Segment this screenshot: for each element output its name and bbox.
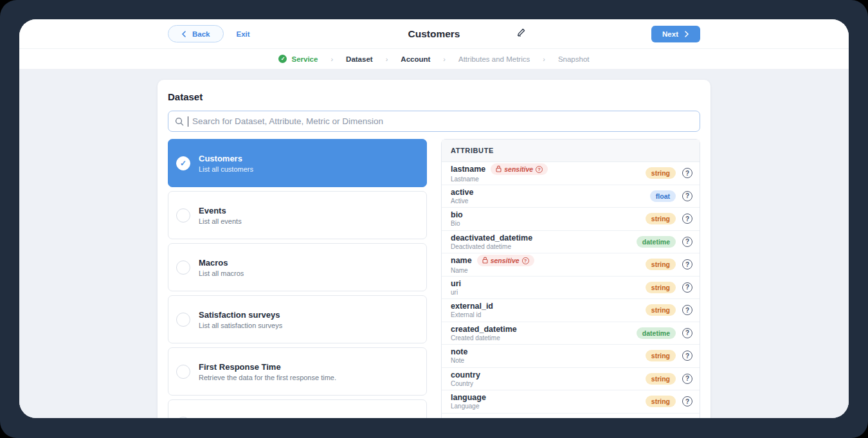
type-badge-string: string <box>646 167 676 179</box>
sensitive-help-icon: ? <box>536 166 543 173</box>
attribute-label: Created datetime <box>451 334 637 342</box>
next-button-label: Next <box>662 30 678 38</box>
help-icon[interactable]: ? <box>682 259 692 269</box>
attribute-label: Name <box>451 267 646 274</box>
search-icon <box>175 117 184 126</box>
attribute-name-line: created_datetime <box>451 325 637 334</box>
radio-circle-icon <box>176 260 190 275</box>
help-icon[interactable]: ? <box>682 328 692 338</box>
breadcrumb-item-service[interactable]: ✓Service <box>278 55 318 63</box>
edit-title-button[interactable] <box>516 28 526 40</box>
attribute-info: noteNote <box>451 347 646 364</box>
page-title: Customers <box>19 19 849 49</box>
breadcrumb-item-snapshot[interactable]: Snapshot <box>558 55 590 63</box>
dataset-card-first-response-time[interactable]: First Response TimeRetrieve the data for… <box>168 347 427 396</box>
dataset-card-title: Customers <box>199 154 253 163</box>
attribute-row-note: noteNotestring? <box>442 345 700 368</box>
chevron-left-icon <box>181 31 186 37</box>
attribute-rows: lastnamesensitive?Lastnamestring?activeA… <box>442 162 700 418</box>
help-icon[interactable]: ? <box>682 237 692 247</box>
breadcrumb-item-dataset[interactable]: Dataset <box>346 55 373 63</box>
type-badge-float: float <box>650 190 676 202</box>
dataset-card-events[interactable]: EventsList all events <box>168 191 427 239</box>
dataset-card-description: Retrieve the data for the first response… <box>199 374 336 381</box>
attribute-name: name <box>451 256 472 265</box>
help-icon[interactable]: ? <box>682 191 692 201</box>
attribute-label: Active <box>451 197 650 205</box>
attribute-label: Note <box>451 357 646 364</box>
attribute-info: uriuri <box>451 279 646 296</box>
dataset-card-description: List all customers <box>199 165 253 173</box>
breadcrumb-separator: › <box>443 55 446 63</box>
exit-link[interactable]: Exit <box>237 30 250 38</box>
attribute-name-line: namesensitive? <box>451 255 646 266</box>
attribute-name: deactivated_datetime <box>451 233 532 242</box>
sensitive-label: sensitive <box>491 257 520 264</box>
lock-icon <box>496 165 502 174</box>
attribute-label: Lastname <box>451 176 646 183</box>
help-icon[interactable]: ? <box>682 351 692 361</box>
help-icon[interactable]: ? <box>682 396 692 406</box>
sensitive-label: sensitive <box>504 165 533 173</box>
attribute-row-uri: uriuristring? <box>442 277 700 300</box>
help-icon[interactable]: ? <box>682 305 692 315</box>
dataset-card-title: First Response Time <box>199 362 336 372</box>
search-box[interactable] <box>168 111 700 132</box>
attribute-row-lastname: lastnamesensitive?Lastnamestring? <box>442 162 700 185</box>
attribute-row-active: activeActivefloat? <box>442 185 700 208</box>
dataset-list: ✓CustomersList all customersEventsList a… <box>168 139 427 418</box>
dataset-panel: Dataset ✓CustomersList all customersEven… <box>158 80 710 418</box>
dataset-card-latest-satisfaction-surveys[interactable]: Latest Satisfaction Surveys <box>168 399 427 418</box>
attribute-name-line: country <box>451 370 646 379</box>
attribute-name-line: note <box>451 347 646 356</box>
type-badge-string: string <box>646 350 676 361</box>
type-badge-string: string <box>646 304 676 316</box>
pencil-icon <box>516 28 526 37</box>
attribute-row-name: namesensitive?Namestring? <box>442 253 700 277</box>
next-button[interactable]: Next <box>651 26 700 42</box>
attribute-info: lastnamesensitive?Lastname <box>451 163 646 183</box>
attribute-name: language <box>451 393 486 402</box>
attribute-name: country <box>451 370 480 379</box>
dataset-card-text: CustomersList all customers <box>199 154 253 173</box>
attribute-row-country: countryCountrystring? <box>442 368 700 391</box>
attribute-info: deactivated_datetimeDeactivated datetime <box>451 233 637 250</box>
dataset-card-title: Macros <box>199 258 244 268</box>
dataset-card-text: EventsList all events <box>199 206 242 225</box>
selected-check-icon: ✓ <box>176 156 190 170</box>
help-icon[interactable]: ? <box>682 374 692 384</box>
attribute-info: languageLanguage <box>451 393 646 410</box>
attribute-info: external_idExternal id <box>451 302 646 318</box>
attribute-name: external_id <box>451 302 493 311</box>
attribute-row-language: languageLanguagestring? <box>442 390 700 414</box>
attribute-info: created_datetimeCreated datetime <box>451 325 637 342</box>
type-badge-string: string <box>646 259 676 270</box>
type-badge-datetime: datetime <box>637 327 676 339</box>
attribute-table: ATTRIBUTE lastnamesensitive?Lastnamestri… <box>441 139 700 418</box>
attribute-row-bio: bioBiostring? <box>442 208 700 231</box>
dataset-card-text: MacrosList all macros <box>199 258 244 277</box>
help-icon[interactable]: ? <box>682 282 692 293</box>
dataset-card-customers[interactable]: ✓CustomersList all customers <box>168 139 427 187</box>
chevron-right-icon <box>684 31 689 37</box>
attribute-name: lastname <box>451 165 485 174</box>
app-window: Back Exit Customers Next ✓Service›Datase… <box>19 19 849 418</box>
help-icon[interactable]: ? <box>682 214 692 224</box>
attribute-name: active <box>451 188 473 197</box>
attribute-table-header: ATTRIBUTE <box>442 140 700 162</box>
dataset-card-macros[interactable]: MacrosList all macros <box>168 243 427 291</box>
radio-circle-icon <box>176 208 190 223</box>
attribute-info: countryCountry <box>451 370 646 387</box>
breadcrumb: ✓Service›Dataset›Account›Attributes and … <box>19 49 849 69</box>
breadcrumb-item-account[interactable]: Account <box>401 55 430 63</box>
dataset-card-description: List all events <box>199 217 242 225</box>
dataset-card-description: List all satisfaction surveys <box>199 322 282 329</box>
back-button[interactable]: Back <box>168 25 224 42</box>
search-input[interactable] <box>192 116 693 126</box>
breadcrumb-item-attributes-and-metrics[interactable]: Attributes and Metrics <box>458 55 530 63</box>
help-icon[interactable]: ? <box>682 168 692 178</box>
attribute-label: uri <box>451 289 646 296</box>
lock-icon <box>482 257 488 265</box>
breadcrumb-separator: › <box>330 55 333 63</box>
dataset-card-satisfaction-surveys[interactable]: Satisfaction surveysList all satisfactio… <box>168 295 427 343</box>
